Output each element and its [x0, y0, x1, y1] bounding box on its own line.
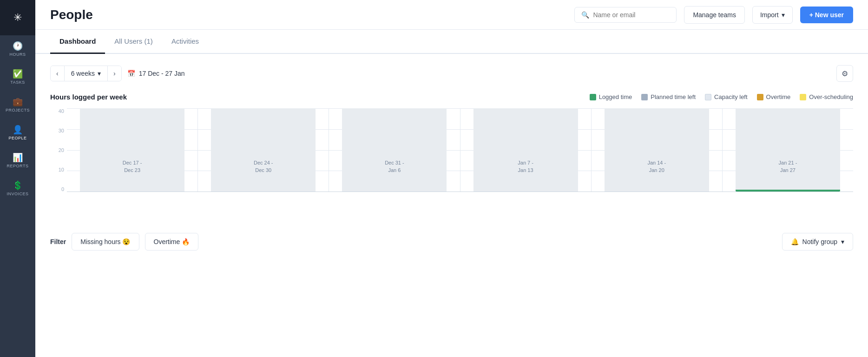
sidebar-label-projects: PROJECTS [6, 108, 30, 112]
reports-icon: 📊 [13, 153, 23, 162]
bar-logged-6 [736, 190, 840, 192]
bar-group-3: Dec 31 -Jan 6 [329, 108, 460, 192]
legend-label-planned: Planned time left [651, 93, 696, 100]
invoices-icon: 💲 [13, 181, 23, 190]
period-weeks-label[interactable]: 6 weeks ▾ [64, 66, 108, 81]
import-button[interactable]: Import ▾ [752, 6, 793, 24]
bar-label-3: Dec 31 -Jan 6 [385, 159, 404, 174]
chart-section: Hours logged per week Logged time Planne… [50, 93, 853, 211]
y-label-10: 10 [59, 167, 64, 172]
legend-planned-time: Planned time left [641, 93, 696, 100]
bar-group-6: Jan 21 -Jan 27 [723, 108, 853, 192]
bar-label-5: Jan 14 -Jan 20 [647, 159, 666, 174]
chart-legend: Logged time Planned time left Capacity l… [590, 93, 853, 100]
notify-label: Notify group [802, 238, 837, 245]
y-axis: 40 30 20 10 0 [50, 108, 67, 192]
date-range: 📅 17 Dec - 27 Jan [127, 70, 185, 77]
sidebar-label-hours: HOURS [9, 52, 26, 57]
projects-icon: 💼 [13, 98, 23, 106]
sidebar-item-reports[interactable]: 📊 REPORTS [0, 147, 35, 175]
logo-icon: ✳ [13, 12, 22, 24]
chart-header: Hours logged per week Logged time Planne… [50, 93, 853, 101]
bar-capacity-2 [211, 108, 316, 192]
legend-dot-logged [590, 94, 596, 100]
legend-label-logged: Logged time [599, 93, 632, 100]
bell-icon: 🔔 [791, 238, 799, 245]
filter-left: Filter Missing hours 😵 Overtime 🔥 [50, 233, 198, 251]
app-logo[interactable]: ✳ [0, 0, 35, 35]
period-controls: ‹ 6 weeks ▾ › 📅 17 Dec - 27 Jan ⚙ [50, 65, 853, 82]
legend-label-over-scheduling: Over-scheduling [809, 93, 853, 100]
sidebar-item-invoices[interactable]: 💲 INVOICES [0, 175, 35, 203]
bar-group-1: Dec 17 -Dec 23 [67, 108, 198, 192]
period-next-button[interactable]: › [108, 66, 121, 81]
overtime-filter-button[interactable]: Overtime 🔥 [145, 233, 199, 251]
legend-label-overtime: Overtime [766, 93, 791, 100]
bar-group-4: Jan 7 -Jan 13 [460, 108, 592, 192]
filter-label: Filter [50, 238, 66, 245]
search-box[interactable]: 🔍 [574, 7, 677, 23]
y-label-0: 0 [61, 186, 64, 192]
hours-icon: 🕐 [13, 42, 23, 50]
sidebar-label-tasks: TASKS [10, 80, 25, 85]
period-prev-button[interactable]: ‹ [51, 66, 64, 81]
legend-overtime: Overtime [757, 93, 791, 100]
legend-label-capacity: Capacity left [714, 93, 748, 100]
main-area: People 🔍 Manage teams Import ▾ + New use… [35, 0, 868, 357]
period-dropdown-icon: ▾ [98, 70, 101, 77]
period-left: ‹ 6 weeks ▾ › 📅 17 Dec - 27 Jan [50, 66, 185, 81]
sidebar-label-invoices: INVOICES [7, 192, 28, 196]
bar-label-1: Dec 17 -Dec 23 [123, 159, 142, 174]
y-label-40: 40 [59, 108, 64, 114]
filter-section: Filter Missing hours 😵 Overtime 🔥 🔔 Noti… [50, 225, 853, 251]
y-label-20: 20 [59, 147, 64, 153]
people-icon: 👤 [13, 126, 23, 134]
missing-hours-button[interactable]: Missing hours 😵 [72, 233, 139, 251]
bar-label-6: Jan 21 -Jan 27 [779, 159, 797, 174]
legend-logged-time: Logged time [590, 93, 632, 100]
content-area: ‹ 6 weeks ▾ › 📅 17 Dec - 27 Jan ⚙ Ho [35, 54, 868, 357]
settings-icon: ⚙ [842, 69, 848, 78]
legend-dot-capacity [705, 94, 711, 100]
tab-all-users[interactable]: All Users (1) [105, 30, 162, 54]
manage-teams-button[interactable]: Manage teams [684, 6, 745, 24]
bar-group-5: Jan 14 -Jan 20 [592, 108, 723, 192]
tab-activities[interactable]: Activities [162, 30, 208, 54]
sidebar-item-tasks[interactable]: ✅ TASKS [0, 63, 35, 91]
bar-label-4: Jan 7 -Jan 13 [518, 159, 533, 174]
tab-dashboard[interactable]: Dashboard [50, 30, 105, 54]
chart-settings-button[interactable]: ⚙ [836, 65, 853, 82]
calendar-icon: 📅 [127, 70, 135, 77]
tasks-icon: ✅ [13, 70, 23, 78]
period-nav: ‹ 6 weeks ▾ › [50, 66, 122, 81]
bar-chart-container: 40 30 20 10 0 Dec 17 -Dec 23 [50, 108, 853, 211]
sidebar-item-hours[interactable]: 🕐 HOURS [0, 35, 35, 63]
bar-capacity-3 [342, 108, 447, 192]
date-range-text: 17 Dec - 27 Jan [139, 70, 185, 77]
legend-dot-planned [641, 94, 648, 100]
page-title: People [50, 7, 567, 22]
import-label: Import [760, 11, 779, 19]
legend-dot-over-scheduling [800, 94, 806, 100]
sidebar-label-people: PEOPLE [8, 136, 26, 140]
sidebar-item-people[interactable]: 👤 PEOPLE [0, 119, 35, 147]
tabs-bar: Dashboard All Users (1) Activities [35, 30, 868, 54]
bar-capacity-4 [473, 108, 578, 192]
bar-capacity-5 [605, 108, 709, 192]
overtime-label: Overtime 🔥 [154, 238, 190, 245]
bars-area: Dec 17 -Dec 23 Dec 24 -Dec 30 Dec 31 -Ja… [67, 108, 853, 192]
legend-capacity: Capacity left [705, 93, 748, 100]
sidebar-item-projects[interactable]: 💼 PROJECTS [0, 91, 35, 119]
search-input[interactable] [593, 11, 670, 19]
new-user-button[interactable]: + New user [800, 7, 853, 23]
sidebar: ✳ 🕐 HOURS ✅ TASKS 💼 PROJECTS 👤 PEOPLE 📊 … [0, 0, 35, 357]
bar-capacity-1 [80, 108, 184, 192]
sidebar-label-reports: REPORTS [7, 164, 29, 168]
legend-over-scheduling: Over-scheduling [800, 93, 853, 100]
notify-dropdown-icon: ▾ [841, 238, 844, 245]
notify-group-button[interactable]: 🔔 Notify group ▾ [782, 233, 853, 251]
import-dropdown-icon: ▾ [782, 11, 785, 19]
chart-title: Hours logged per week [50, 93, 127, 101]
bar-label-2: Dec 24 -Dec 30 [254, 159, 273, 174]
missing-hours-label: Missing hours 😵 [80, 238, 130, 245]
